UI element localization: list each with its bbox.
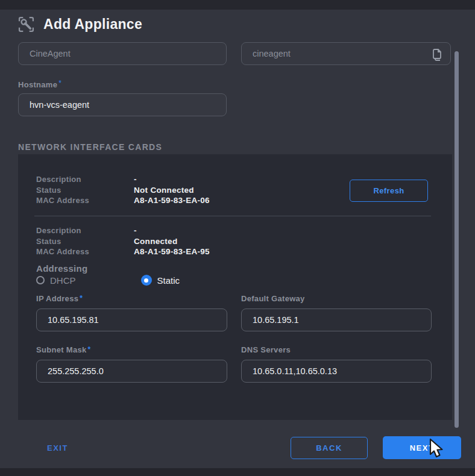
radio-static[interactable]: Static [141,275,180,286]
nic1-mac-row: MAC Address A8-A1-59-83-EA-06 [36,195,210,206]
nic-card-1: Description - Status Not Connected MAC A… [36,174,210,206]
required-marker: * [87,345,90,354]
appliance-identifier-input[interactable] [242,43,450,64]
section-title-network-interface-cards: NETWORK INTERFACE CARDS [18,142,162,152]
nic2-status-row: Status Connected [36,236,210,247]
radio-dhcp[interactable]: DHCP [36,275,76,286]
nic2-mac-row: MAC Address A8-A1-59-83-EA-95 [36,246,210,257]
appliance-name-input[interactable] [19,43,226,64]
hostname-label: Hostname* [18,79,61,90]
subnet-mask-input[interactable] [37,360,227,382]
scrollbar-thumb[interactable] [455,51,459,428]
appliance-name-field-box [18,42,227,65]
required-marker: * [58,79,61,87]
ip-address-label: IP Address* [36,294,227,303]
required-marker: * [80,294,83,302]
dns-servers-field: DNS Servers [241,345,432,383]
exit-link[interactable]: EXIT [47,443,68,453]
addressing-radio-group: DHCP Static [36,275,180,286]
hostname-field-box [18,93,227,116]
network-fields-grid: IP Address* Default Gateway Subnet Mask*… [36,294,432,383]
ip-address-input[interactable] [37,309,227,331]
subnet-mask-label: Subnet Mask* [36,345,227,354]
radio-unselected-icon [36,276,45,284]
appliance-name-row [18,42,451,65]
next-button[interactable]: NEXT [383,436,461,459]
default-gateway-label: Default Gateway [241,294,432,303]
window-top-edge [0,0,475,10]
appliance-wrench-icon [18,16,34,33]
subnet-mask-field: Subnet Mask* [36,345,227,383]
nic2-status-value: Connected [134,236,177,247]
addressing-label: Addressing [36,263,88,274]
hostname-input[interactable] [19,94,226,116]
nic-panel: Description - Status Not Connected MAC A… [18,154,452,420]
nic1-status-row: Status Not Connected [36,185,210,196]
dns-servers-label: DNS Servers [241,345,432,354]
window-bottom-edge [0,468,475,476]
default-gateway-field: Default Gateway [241,294,432,331]
dialog-header: Add Appliance [18,16,142,33]
page-title: Add Appliance [43,16,142,33]
ip-address-field: IP Address* [36,294,227,331]
appliance-identifier-field-box [241,42,451,65]
radio-selected-icon [141,275,152,286]
nic-divider [34,216,431,216]
refresh-button[interactable]: Refresh [350,180,428,202]
dns-servers-input[interactable] [242,360,431,382]
default-gateway-input[interactable] [242,309,431,331]
back-button[interactable]: BACK [291,437,368,459]
copy-icon[interactable] [430,47,444,61]
nic-card-2: Description - Status Connected MAC Addre… [36,225,210,257]
nic1-description-row: Description - [36,174,210,185]
nic2-description-row: Description - [36,225,210,236]
nic1-status-value: Not Connected [134,185,194,196]
